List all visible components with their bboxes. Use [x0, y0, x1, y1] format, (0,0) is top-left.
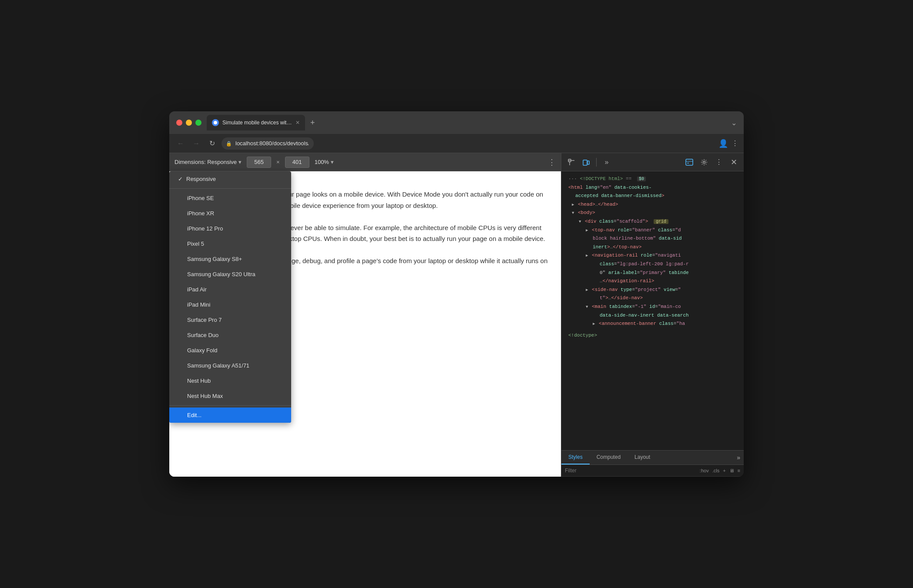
width-input[interactable]: [247, 157, 271, 168]
dom-announcement[interactable]: ▶ <announcement-banner class="ha: [565, 320, 740, 328]
dom-scaffold[interactable]: ▼ <div class="scaffold"> grid: [565, 217, 740, 226]
device-mode-button[interactable]: [580, 156, 593, 169]
lock-icon: 🔒: [226, 140, 232, 146]
inspect-element-button[interactable]: [565, 156, 578, 169]
dropdown-item-iphone-xr[interactable]: iPhone XR: [169, 206, 291, 221]
more-panels-button[interactable]: »: [600, 156, 613, 169]
dom-side-nav[interactable]: ▶ <side-nav type="project" view=": [565, 286, 740, 294]
dropdown-item-label: Responsive: [186, 176, 216, 182]
zoom-button[interactable]: 100% ▾: [315, 159, 334, 165]
devtools-area: Dimensions: Responsive ▾ × 100% ▾ ⋮ Resp…: [169, 153, 744, 477]
active-tab[interactable]: Simulate mobile devices with D ✕: [207, 115, 305, 130]
dropdown-item-label: Samsung Galaxy S20 Ultra: [187, 271, 255, 277]
dropdown-item-nest-hub[interactable]: Nest Hub: [169, 373, 291, 388]
filter-input[interactable]: [565, 468, 696, 474]
dom-main-2: data-side-nav-inert data-search: [565, 311, 740, 320]
dropdown-item-label: iPhone SE: [187, 195, 214, 201]
devtools-more-button[interactable]: ⋮: [712, 156, 725, 169]
dropdown-item-nest-hub-max[interactable]: Nest Hub Max: [169, 388, 291, 404]
svg-rect-6: [686, 159, 693, 165]
dimensions-arrow-icon: ▾: [238, 159, 242, 165]
tab-title: Simulate mobile devices with D: [222, 120, 292, 126]
maximize-traffic-light[interactable]: [195, 120, 201, 126]
svg-point-0: [214, 121, 217, 124]
dropdown-item-ipad-mini[interactable]: iPad Mini: [169, 297, 291, 312]
dropdown-item-surface-duo[interactable]: Surface Duo: [169, 327, 291, 343]
dom-side-nav-2: t">…</side-nav>: [565, 294, 740, 303]
dom-html-open[interactable]: <html lang="en" data-cookies-: [565, 184, 740, 192]
tab-styles[interactable]: Styles: [561, 451, 590, 464]
dropdown-divider-2: [169, 405, 291, 406]
tab-layout[interactable]: Layout: [628, 451, 657, 464]
dom-top-nav[interactable]: ▶ <top-nav role="banner" class="d: [565, 226, 740, 235]
settings-button[interactable]: [698, 156, 711, 169]
dom-doctype-bottom[interactable]: <!doctype>: [565, 330, 740, 341]
dropdown-item-iphone-se[interactable]: iPhone SE: [169, 190, 291, 206]
svg-rect-5: [587, 161, 589, 164]
filter-cls-button[interactable]: .cls: [712, 468, 720, 473]
dropdown-item-label: Nest Hub: [187, 378, 211, 384]
profile-button[interactable]: 👤: [718, 139, 728, 148]
filter-icon-1[interactable]: 🖥: [729, 468, 734, 473]
dropdown-item-label: iPad Air: [187, 286, 207, 293]
tab-close-icon[interactable]: ✕: [295, 120, 300, 126]
refresh-button[interactable]: ↻: [206, 137, 218, 150]
device-dropdown-menu: Responsive iPhone SE iPhone XR iPhone 12…: [169, 171, 291, 423]
dropdown-divider: [169, 188, 291, 189]
dropdown-item-label: Surface Duo: [187, 332, 218, 338]
dropdown-item-galaxy-fold[interactable]: Galaxy Fold: [169, 343, 291, 358]
devtools-close-button[interactable]: ✕: [727, 156, 740, 169]
minimize-traffic-light[interactable]: [186, 120, 192, 126]
dimensions-dropdown-button[interactable]: Dimensions: Responsive ▾: [175, 159, 242, 165]
dropdown-item-label: iPad Mini: [187, 301, 210, 308]
dropdown-item-edit[interactable]: Edit...: [169, 408, 291, 423]
zoom-arrow-icon: ▾: [331, 159, 334, 165]
window-controls-icon[interactable]: ⌄: [731, 119, 737, 127]
dropdown-item-pixel-5[interactable]: Pixel 5: [169, 236, 291, 251]
dom-html-attrs: accepted data-banner-dismissed>: [565, 192, 740, 200]
dom-body[interactable]: ▼ <body>: [565, 209, 740, 217]
svg-rect-4: [583, 160, 587, 165]
address-more-button[interactable]: ⋮: [732, 139, 738, 147]
dropdown-item-label: iPhone XR: [187, 210, 214, 217]
filter-hov-button[interactable]: :hov: [700, 468, 709, 473]
console-button[interactable]: [683, 156, 696, 169]
toolbar-more-button[interactable]: ⋮: [548, 157, 556, 167]
title-bar: Simulate mobile devices with D ✕ + ⌄: [169, 111, 744, 134]
dropdown-item-label: Samsung Galaxy A51/71: [187, 362, 249, 369]
filter-add-button[interactable]: +: [723, 468, 725, 473]
styles-tabs: Styles Computed Layout »: [561, 451, 744, 465]
back-button[interactable]: ←: [175, 137, 187, 150]
dropdown-item-surface-pro[interactable]: Surface Pro 7: [169, 312, 291, 327]
zoom-label: 100%: [315, 159, 329, 165]
tab-bar: Simulate mobile devices with D ✕ +: [207, 115, 726, 130]
toolbar-separator: [596, 158, 597, 167]
dom-main[interactable]: ▼ <main tabindex="-1" id="main-co: [565, 303, 740, 311]
dropdown-item-ipad-air[interactable]: iPad Air: [169, 282, 291, 297]
dropdown-item-samsung-s20[interactable]: Samsung Galaxy S20 Ultra: [169, 267, 291, 282]
dropdown-item-samsung-a51[interactable]: Samsung Galaxy A51/71: [169, 358, 291, 373]
address-actions: 👤 ⋮: [718, 139, 738, 148]
dom-head[interactable]: ▶ <head>…</head>: [565, 200, 740, 209]
dropdown-item-label: Samsung Galaxy S8+: [187, 256, 242, 262]
dropdown-item-label: Galaxy Fold: [187, 347, 217, 354]
traffic-lights: [176, 120, 201, 126]
filter-icon-2[interactable]: ≡: [738, 468, 740, 473]
dropdown-item-responsive[interactable]: Responsive: [169, 171, 291, 187]
dimension-separator: ×: [276, 159, 280, 165]
dom-nav-rail[interactable]: ▶ <navigation-rail role="navigati: [565, 251, 740, 260]
device-toolbar: Dimensions: Responsive ▾ × 100% ▾ ⋮ Resp…: [169, 153, 561, 171]
close-traffic-light[interactable]: [176, 120, 182, 126]
address-input[interactable]: [222, 137, 314, 150]
dropdown-item-iphone-12-pro[interactable]: iPhone 12 Pro: [169, 221, 291, 236]
dropdown-item-label: Pixel 5: [187, 241, 204, 247]
forward-button[interactable]: →: [190, 137, 202, 150]
new-tab-button[interactable]: +: [307, 117, 319, 129]
dom-tree: ··· <!DOCTYPE html> == $0 <html lang="en…: [561, 171, 744, 450]
styles-more-tabs-button[interactable]: »: [733, 451, 744, 464]
height-input[interactable]: [285, 157, 309, 168]
dropdown-item-label: Nest Hub Max: [187, 393, 223, 399]
tab-computed[interactable]: Computed: [590, 451, 628, 464]
dropdown-item-samsung-s8[interactable]: Samsung Galaxy S8+: [169, 251, 291, 267]
content-area: Dimensions: Responsive ▾ × 100% ▾ ⋮ Resp…: [169, 153, 561, 477]
